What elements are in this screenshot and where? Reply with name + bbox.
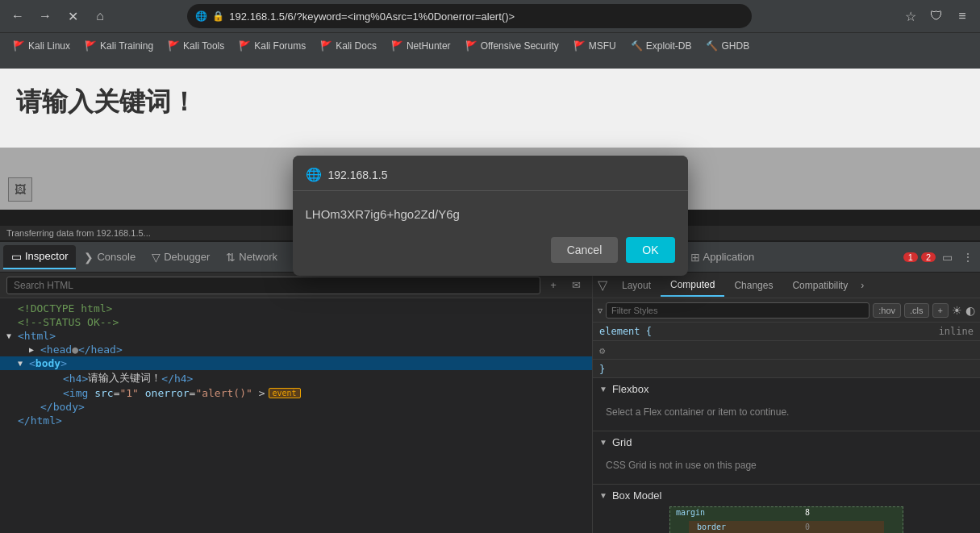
bookmark-star-button[interactable]: ☆	[899, 5, 922, 27]
kali-forums-icon: 🚩	[239, 40, 251, 52]
bookmark-kali-linux[interactable]: 🚩 Kali Linux	[6, 39, 77, 53]
bookmark-kali-forums[interactable]: 🚩 Kali Forums	[232, 39, 312, 53]
alert-dialog: 🌐 192.168.1.5 LHOm3XR7ig6+hgo2Zd/Y6g Can…	[293, 156, 688, 276]
devtools-tab-actions: 1 2 ▭ ⋮	[903, 248, 977, 267]
html-line-html[interactable]: <html>	[0, 329, 592, 343]
tab-console[interactable]: ❯ Console	[76, 246, 144, 269]
bookmarks-bar: 🚩 Kali Linux 🚩 Kali Training 🚩 Kali Tool…	[0, 32, 980, 58]
tab-debugger[interactable]: ▽ Debugger	[144, 246, 218, 269]
triangle-html[interactable]	[6, 331, 18, 340]
alert-ok-button[interactable]: OK	[626, 237, 674, 263]
address-bar-text[interactable]: 192.168.1.5/6/?keyword=<img%0Asrc=1%0Don…	[229, 10, 744, 23]
bookmark-kali-tools[interactable]: 🚩 Kali Tools	[161, 39, 231, 53]
box-model-section: ▼ Box Model margin 8 8 8 8	[593, 485, 980, 533]
bookmark-kali-docs[interactable]: 🚩 Kali Docs	[314, 39, 383, 53]
reload-button[interactable]: ✕	[61, 5, 84, 27]
doctype-text: <!DOCTYPE html>	[18, 302, 112, 314]
h4-close: </h4>	[161, 373, 193, 385]
bookmark-nethunter[interactable]: 🚩 NetHunter	[385, 39, 457, 53]
head-icon: ●	[72, 344, 78, 356]
alert-cancel-button[interactable]: Cancel	[551, 237, 619, 263]
html-line-html-close[interactable]: ▼ </html>	[0, 414, 592, 427]
bookmark-kali-training[interactable]: 🚩 Kali Training	[78, 39, 160, 53]
tab-application[interactable]: ⊞ Application	[682, 246, 763, 269]
head-close: </head>	[78, 344, 123, 356]
styles-tab-compatibility[interactable]: Compatibility	[782, 275, 857, 296]
filter-styles-input[interactable]	[606, 302, 869, 319]
bookmark-kali-training-label: Kali Training	[100, 40, 153, 52]
box-model-header[interactable]: ▼ Box Model	[593, 485, 980, 506]
add-rule-button[interactable]: +	[932, 303, 949, 318]
error-badge: 1	[903, 252, 918, 262]
html-line-h4[interactable]: ▼ <h4>请输入关键词！</h4>	[0, 370, 592, 386]
html-content: ▼ <!DOCTYPE html> ▼ <!--STATUS OK--> <ht…	[0, 298, 592, 533]
kali-tools-icon: 🚩	[168, 40, 180, 52]
add-node-button[interactable]: +	[544, 276, 563, 295]
html-line-img[interactable]: ▼ <img src="1" onerror="alert()" > event	[0, 386, 592, 400]
light-mode-button[interactable]: ☀	[952, 304, 962, 317]
styles-more-arrow[interactable]: ›	[857, 275, 867, 296]
more-button[interactable]: ⋮	[959, 248, 977, 267]
html-line-head[interactable]: <head ● </head>	[0, 343, 592, 356]
event-badge[interactable]: event	[269, 388, 301, 398]
flexbox-header[interactable]: ▼ Flexbox	[593, 378, 980, 400]
home-button[interactable]: ⌂	[89, 5, 111, 27]
triangle-head[interactable]	[29, 345, 40, 354]
nethunter-icon: 🚩	[391, 40, 403, 52]
bookmark-msfu-label: MSFU	[589, 40, 616, 52]
msfu-icon: 🚩	[573, 40, 586, 52]
flexbox-title: Flexbox	[612, 383, 649, 395]
page-title: 请输入关键词！	[16, 85, 197, 120]
element-props-section: ⚙	[593, 341, 980, 360]
grid-content: CSS Grid is not in use on this page	[593, 453, 980, 484]
debugger-tab-label: Debugger	[164, 251, 210, 263]
img-tag: <img	[63, 387, 94, 399]
margin-label: margin	[676, 508, 705, 517]
html-close-tag: </html>	[18, 414, 62, 427]
forward-button[interactable]: →	[34, 5, 56, 27]
bookmark-offensive-security[interactable]: 🚩 Offensive Security	[459, 39, 565, 53]
status-comment-text: <!--STATUS OK-->	[18, 316, 119, 328]
border-top-value: 0	[805, 523, 810, 531]
html-line-body-close[interactable]: ▼ </body>	[0, 400, 592, 414]
triangle-body[interactable]	[18, 359, 29, 368]
pick-element-button[interactable]: ✉	[566, 276, 586, 295]
layout-panel: ▼ Flexbox Select a Flex container or ite…	[593, 378, 980, 533]
contrast-button[interactable]: ◐	[965, 304, 975, 317]
panel-expand-icon[interactable]: ▽	[593, 274, 612, 296]
bookmark-msfu[interactable]: 🚩 MSFU	[567, 39, 623, 53]
box-model-visual: margin 8 8 8 8 border 0 0 0 0	[669, 506, 903, 533]
kali-linux-icon: 🚩	[13, 40, 25, 52]
grid-empty-msg: CSS Grid is not in use on this page	[606, 453, 967, 477]
alert-dialog-body: LHOm3XR7ig6+hgo2Zd/Y6g Cancel OK	[293, 191, 688, 276]
styles-tab-computed[interactable]: Computed	[661, 274, 724, 297]
shield-button[interactable]: 🛡	[925, 5, 948, 27]
bookmark-ghdb[interactable]: 🔨 GHDB	[699, 39, 756, 53]
tab-network[interactable]: ⇅ Network	[218, 246, 286, 269]
kali-training-icon: 🚩	[85, 40, 97, 52]
grid-header[interactable]: ▼ Grid	[593, 431, 980, 453]
dock-button[interactable]: ▭	[939, 248, 956, 267]
img-src-attr: src	[94, 387, 113, 399]
element-selector: element {	[599, 326, 652, 337]
bookmark-exploit-db[interactable]: 🔨 Exploit-DB	[624, 39, 699, 53]
box-model-diagram: margin 8 8 8 8 border 0 0 0 0	[593, 506, 980, 533]
warning-badge: 2	[921, 252, 936, 262]
flexbox-section: ▼ Flexbox Select a Flex container or ite…	[593, 378, 980, 431]
tab-inspector[interactable]: ▭ Inspector	[3, 245, 76, 269]
bookmark-exploit-db-label: Exploit-DB	[646, 40, 692, 52]
html-line-body[interactable]: <body>	[0, 356, 592, 370]
html-line-doctype[interactable]: ▼ <!DOCTYPE html>	[0, 302, 592, 315]
application-tab-icon: ⊞	[690, 251, 700, 264]
pseudo-hov-button[interactable]: :hov	[873, 303, 901, 318]
back-button[interactable]: ←	[6, 5, 29, 27]
application-tab-label: Application	[703, 251, 755, 263]
alert-dialog-globe-icon: 🌐	[306, 167, 322, 182]
html-line-comment[interactable]: ▼ <!--STATUS OK-->	[0, 315, 592, 329]
styles-tab-layout[interactable]: Layout	[612, 275, 661, 296]
html-search-input[interactable]	[6, 277, 540, 294]
pseudo-cls-button[interactable]: .cls	[904, 303, 929, 318]
menu-button[interactable]: ≡	[951, 5, 974, 27]
styles-tab-changes[interactable]: Changes	[724, 275, 782, 296]
status-text: Transferring data from 192.168.1.5...	[6, 228, 151, 238]
